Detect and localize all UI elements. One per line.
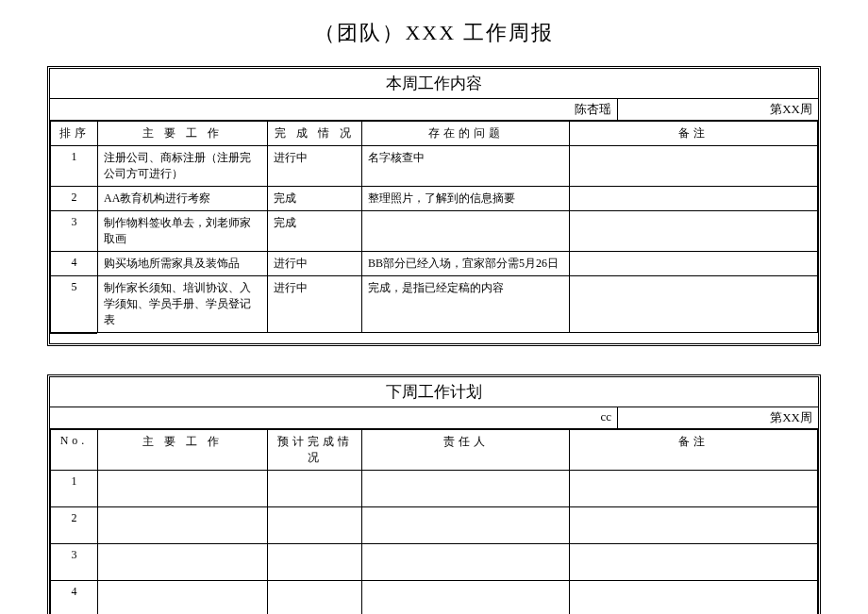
cell-owner — [362, 544, 570, 581]
cell-owner — [362, 471, 570, 507]
cell-work: 注册公司、商标注册（注册完公司方可进行） — [98, 146, 268, 187]
meta-row: cc 第XX周 — [50, 407, 818, 429]
cell-status: 进行中 — [268, 146, 362, 187]
cell-work: 制作家长须知、培训协议、入学须知、学员手册、学员登记表 — [98, 276, 268, 333]
cell-num: 1 — [51, 471, 98, 507]
cell-status: 完成 — [268, 187, 362, 211]
table-row: 3 制作物料签收单去，刘老师家取画 完成 — [51, 211, 818, 252]
cell-status: 进行中 — [268, 276, 362, 333]
cell-num: 4 — [51, 252, 98, 276]
cell-status: 完成 — [268, 211, 362, 252]
meta-week: 第XX周 — [618, 407, 818, 428]
table-row: 3 — [51, 544, 818, 581]
table-next-week: No. 主 要 工 作 预计完成情况 责任人 备注 1 2 3 — [50, 429, 818, 614]
th-work: 主 要 工 作 — [98, 430, 268, 471]
table-header-row: No. 主 要 工 作 预计完成情况 责任人 备注 — [51, 430, 818, 471]
meta-name: 陈杏瑶 — [50, 99, 618, 120]
cell-work — [98, 581, 268, 615]
meta-row: 陈杏瑶 第XX周 — [50, 99, 818, 121]
section-this-week: 本周工作内容 陈杏瑶 第XX周 排序 主 要 工 作 完 成 情 况 存在的问题… — [47, 66, 821, 346]
tail-stub — [50, 333, 97, 343]
cell-status: 进行中 — [268, 252, 362, 276]
cell-num: 4 — [51, 581, 98, 615]
table-row: 4 — [51, 581, 818, 615]
cell-status — [268, 581, 362, 615]
cell-status — [268, 507, 362, 544]
cell-note — [570, 252, 818, 276]
cell-status — [268, 544, 362, 581]
cell-note — [570, 581, 818, 615]
th-status: 完 成 情 况 — [268, 122, 362, 146]
th-num: 排序 — [51, 122, 98, 146]
cell-note — [570, 211, 818, 252]
cell-num: 3 — [51, 544, 98, 581]
table-row: 5 制作家长须知、培训协议、入学须知、学员手册、学员登记表 进行中 完成，是指已… — [51, 276, 818, 333]
cell-work — [98, 544, 268, 581]
cell-work: 购买场地所需家具及装饰品 — [98, 252, 268, 276]
cell-issue: 完成，是指已经定稿的内容 — [362, 276, 570, 333]
cell-issue: 名字核查中 — [362, 146, 570, 187]
cell-work — [98, 507, 268, 544]
table-row: 2 — [51, 507, 818, 544]
cell-issue: 整理照片，了解到的信息摘要 — [362, 187, 570, 211]
cell-note — [570, 146, 818, 187]
cell-note — [570, 471, 818, 507]
cell-work — [98, 471, 268, 507]
table-row: 4 购买场地所需家具及装饰品 进行中 BB部分已经入场，宜家部分需5月26日 — [51, 252, 818, 276]
cell-owner — [362, 507, 570, 544]
th-status: 预计完成情况 — [268, 430, 362, 471]
cell-note — [570, 276, 818, 333]
meta-week: 第XX周 — [618, 99, 818, 120]
table-row: 1 注册公司、商标注册（注册完公司方可进行） 进行中 名字核查中 — [51, 146, 818, 187]
table-row: 2 AA教育机构进行考察 完成 整理照片，了解到的信息摘要 — [51, 187, 818, 211]
cell-note — [570, 187, 818, 211]
cell-note — [570, 507, 818, 544]
cell-work: 制作物料签收单去，刘老师家取画 — [98, 211, 268, 252]
cell-note — [570, 544, 818, 581]
cell-status — [268, 471, 362, 507]
th-work: 主 要 工 作 — [98, 122, 268, 146]
page-title: （团队）XXX 工作周报 — [47, 19, 821, 47]
cell-num: 5 — [51, 276, 98, 333]
table-row: 1 — [51, 471, 818, 507]
th-note: 备注 — [570, 122, 818, 146]
meta-name: cc — [50, 407, 618, 428]
cell-num: 2 — [51, 187, 98, 211]
cell-issue: BB部分已经入场，宜家部分需5月26日 — [362, 252, 570, 276]
th-owner: 责任人 — [362, 430, 570, 471]
th-num: No. — [51, 430, 98, 471]
section-next-week: 下周工作计划 cc 第XX周 No. 主 要 工 作 预计完成情况 责任人 备注… — [47, 374, 821, 614]
cell-num: 2 — [51, 507, 98, 544]
section-title: 下周工作计划 — [50, 377, 818, 407]
cell-work: AA教育机构进行考察 — [98, 187, 268, 211]
cell-num: 3 — [51, 211, 98, 252]
th-issue: 存在的问题 — [362, 122, 570, 146]
section-title: 本周工作内容 — [50, 69, 818, 99]
cell-owner — [362, 581, 570, 615]
th-note: 备注 — [570, 430, 818, 471]
cell-num: 1 — [51, 146, 98, 187]
table-header-row: 排序 主 要 工 作 完 成 情 况 存在的问题 备注 — [51, 122, 818, 146]
table-this-week: 排序 主 要 工 作 完 成 情 况 存在的问题 备注 1 注册公司、商标注册（… — [50, 121, 818, 333]
cell-issue — [362, 211, 570, 252]
